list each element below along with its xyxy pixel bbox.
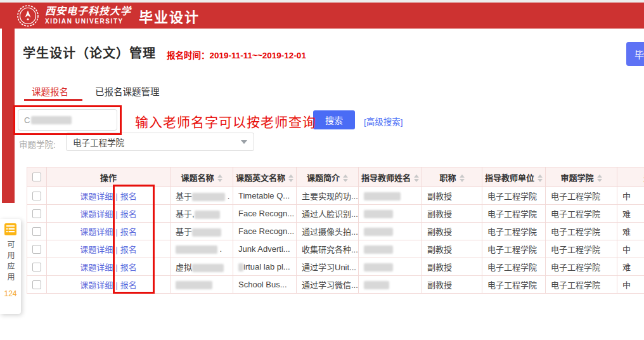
university-logo-icon — [16, 4, 39, 27]
left-red-stripe — [2, 29, 15, 203]
row-checkbox[interactable] — [32, 245, 41, 254]
col-header-topic-name: 课题名称 — [171, 167, 233, 187]
signup-link[interactable]: 报名 — [120, 245, 137, 254]
topic-detail-link[interactable]: 课题详细 — [80, 227, 113, 237]
row-checkbox[interactable] — [32, 263, 41, 271]
university-name-en: XIDIAN UNIVERSITY — [45, 18, 131, 25]
university-name: 西安电子科技大学 XIDIAN UNIVERSITY — [45, 6, 131, 25]
topic-detail-link[interactable]: 课题详细 — [80, 192, 113, 201]
table-row: 课题详细|报名 基于, Face Recogn... 通过人脸识别... 副教授… — [27, 205, 644, 223]
sort-icon[interactable] — [343, 174, 348, 182]
redacted-advisor-name — [364, 263, 393, 271]
app-header: 西安电子科技大学 XIDIAN UNIVERSITY 毕业设计 — [0, 3, 644, 29]
header-checkbox-cell — [27, 167, 47, 187]
signup-time: 报名时间：2019-11-11~~2019-12-01 — [167, 48, 306, 61]
table-row: 课题详细|报名 虚拟 irtual lab pl... 通过学习Unit... … — [27, 258, 644, 276]
col-header-advisor-unit: 指导教师单位 — [482, 167, 546, 187]
tab-signedup-topics[interactable]: 已报名课题管理 — [95, 84, 160, 98]
topic-detail-link[interactable]: 课题详细 — [80, 280, 113, 290]
redacted-advisor-name — [364, 228, 393, 236]
redacted-topic-name — [192, 193, 225, 201]
available-apps-count: 124 — [4, 289, 16, 298]
col-header-action: 操作 — [47, 167, 171, 187]
annotation-hint-text: 输入老师名字可以按老师查询 — [135, 112, 316, 131]
row-checkbox[interactable] — [32, 227, 41, 236]
search-input-text: C — [24, 115, 30, 125]
teacher-search-input[interactable]: C — [18, 109, 117, 131]
redacted-topic-name — [192, 228, 221, 237]
app-list-icon — [4, 223, 16, 235]
signup-time-label: 报名时间： — [167, 51, 210, 60]
signup-link[interactable]: 报名 — [120, 263, 137, 272]
redacted-topic-name — [176, 245, 217, 254]
search-button[interactable]: 搜索 — [313, 110, 355, 129]
sort-icon[interactable] — [597, 174, 602, 182]
table-row: 课题详细|报名 基于 Face Recogn... 通过摄像头拍... 副教授 … — [27, 223, 644, 240]
chevron-down-icon — [241, 140, 247, 144]
redacted-advisor-name — [364, 210, 393, 218]
signup-link[interactable]: 报名 — [120, 280, 137, 290]
table-row: 课题详细|报名 基于 . Timetable Q... 主要实现的功... 副教… — [27, 187, 644, 205]
row-checkbox[interactable] — [32, 280, 41, 289]
college-filter-value: 电子工程学院 — [73, 136, 124, 148]
col-header-topic-en-name: 课题英文名称 — [233, 167, 297, 187]
college-filter-label: 审题学院: — [19, 138, 56, 150]
topic-detail-link[interactable]: 课题详细 — [80, 263, 113, 272]
table-header-row: 操作 课题名称 课题英文名称 课题简介 指导教师姓名 职称 指导教师单位 审题学… — [27, 167, 644, 187]
active-tab-underline — [24, 99, 82, 101]
sort-icon[interactable] — [414, 174, 419, 182]
topics-table: 操作 课题名称 课题英文名称 课题简介 指导教师姓名 职称 指导教师单位 审题学… — [27, 167, 644, 294]
tab-topic-signup[interactable]: 课题报名 — [32, 84, 68, 98]
col-header-topic-intro: 课题简介 — [297, 167, 359, 187]
sort-icon[interactable] — [288, 174, 293, 182]
available-apps-panel[interactable]: 可用应用 124 — [0, 219, 21, 314]
redacted-advisor-name — [364, 192, 401, 200]
corner-action-button[interactable]: 毕业 — [626, 42, 644, 66]
col-header-advisor-name: 指导教师姓名 — [359, 167, 422, 187]
row-checkbox[interactable] — [32, 192, 41, 200]
row-checkbox[interactable] — [32, 209, 41, 218]
table-row: 课题详细|报名 School Bus... 通过学习微信... 副教授 电子工程… — [27, 276, 644, 294]
topic-detail-link[interactable]: 课题详细 — [80, 245, 113, 254]
col-header-review-college: 审题学院 — [546, 167, 617, 187]
sort-icon[interactable] — [217, 174, 222, 182]
app-title: 毕业设计 — [139, 6, 200, 26]
advanced-search-link[interactable]: [高级搜索] — [364, 115, 403, 128]
col-header-topic-difficulty: 题目 — [617, 167, 644, 187]
select-all-checkbox[interactable] — [32, 173, 41, 181]
university-name-cn: 西安电子科技大学 — [45, 6, 131, 16]
college-filter-select[interactable]: 电子工程学院 — [66, 133, 254, 151]
redacted-input-text — [31, 116, 72, 124]
table-row: 课题详细|报名 . Junk Adverti... 收集研究各种... 副教授 … — [27, 240, 644, 258]
redacted-advisor-name — [364, 245, 393, 254]
redacted-advisor-name — [364, 281, 389, 289]
redacted-text — [238, 263, 243, 271]
sort-icon[interactable] — [538, 174, 543, 182]
signup-time-value: 2019-11-11~~2019-12-01 — [210, 51, 306, 60]
sort-icon[interactable] — [460, 174, 465, 182]
topic-detail-link[interactable]: 课题详细 — [80, 209, 113, 219]
signup-link[interactable]: 报名 — [120, 192, 137, 201]
redacted-topic-name — [195, 211, 220, 219]
available-apps-label: 可用应用 — [5, 240, 16, 284]
signup-link[interactable]: 报名 — [120, 209, 137, 219]
page-title: 学生设计（论文）管理 — [23, 43, 156, 62]
col-header-rank: 职称 — [422, 167, 482, 187]
redacted-topic-name — [176, 281, 212, 289]
signup-link[interactable]: 报名 — [120, 227, 137, 237]
redacted-topic-name — [192, 264, 224, 272]
